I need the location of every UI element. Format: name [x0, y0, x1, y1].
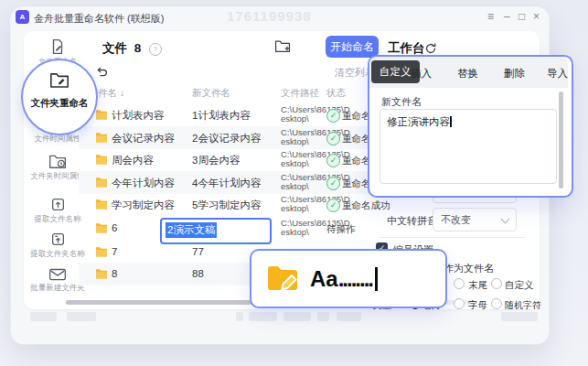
- skeleton-block: [236, 312, 243, 321]
- sample-text: Aa: [310, 266, 338, 292]
- sidebar-item-extract-foldername[interactable]: 提取文件夹名称: [19, 249, 96, 260]
- folder-rename-icon: [49, 70, 69, 89]
- divider: [380, 237, 526, 238]
- radio-position-end[interactable]: [454, 278, 465, 289]
- status-ok-icon: ✓: [326, 109, 340, 123]
- skeleton-block: [283, 312, 311, 321]
- tab-insert[interactable]: 插入: [411, 67, 432, 81]
- folder-edit-icon: [266, 264, 299, 293]
- sidebar-item-label: 文件夹重命名: [25, 97, 94, 110]
- sidebar-item-folder-rename-active[interactable]: 文件夹重命名: [21, 59, 98, 135]
- tab-replace[interactable]: 替换: [457, 67, 478, 81]
- new-folder-batch-icon[interactable]: [48, 266, 67, 282]
- new-filename-label: 新文件名: [381, 95, 422, 109]
- minimize-icon[interactable]: –: [504, 10, 510, 23]
- text-cursor: [450, 116, 452, 127]
- close-icon[interactable]: ×: [533, 10, 540, 23]
- folder-icon: [95, 132, 108, 143]
- undo-icon[interactable]: [95, 64, 109, 78]
- extract-foldername-icon[interactable]: [50, 231, 66, 247]
- folder-icon: [95, 246, 108, 257]
- folder-icon: [95, 109, 108, 120]
- new-filename-textarea[interactable]: 修正演讲内容: [380, 109, 557, 184]
- radio-type-random[interactable]: [491, 298, 502, 309]
- status-text: 待操作: [326, 223, 356, 236]
- files-title: 文件 8: [102, 40, 141, 57]
- pinyin-dropdown[interactable]: 不改变: [433, 208, 517, 231]
- typing-cursor: [375, 267, 378, 291]
- watermark: 1761199938: [227, 8, 312, 24]
- help-icon[interactable]: ?: [149, 43, 162, 56]
- status-ok-icon: ✓: [326, 154, 340, 167]
- skeleton-block: [317, 312, 329, 321]
- panel-scrollbar[interactable]: [559, 92, 563, 188]
- radio-type-letter[interactable]: [454, 298, 465, 309]
- window-title: 金舟批量重命名软件 (联想版): [34, 12, 164, 26]
- start-rename-button[interactable]: 开始命名: [326, 36, 379, 58]
- folder-icon: [95, 154, 108, 165]
- typing-dots: ........: [338, 266, 372, 292]
- skeleton-block: [30, 312, 57, 321]
- skeleton-block: [249, 312, 277, 321]
- extract-filename-icon[interactable]: [50, 197, 66, 212]
- tab-import[interactable]: 导入: [547, 67, 568, 81]
- status-text: 重命名成功: [342, 199, 390, 212]
- selected-text: 2演示文稿: [166, 222, 217, 238]
- pinyin-row-label: 中文转拼音: [387, 214, 437, 228]
- skeleton-block: [67, 312, 96, 321]
- status-ok-icon: ✓: [326, 199, 340, 212]
- folder-icon: [95, 177, 108, 188]
- menu-icon[interactable]: ≡: [487, 10, 494, 23]
- status-ok-icon: ✓: [326, 177, 340, 190]
- skeleton-block: [337, 312, 361, 321]
- col-header-path[interactable]: 文件路径: [281, 87, 319, 100]
- app-logo-icon: A: [16, 10, 29, 24]
- status-ok-icon: ✓: [326, 132, 340, 145]
- folder-icon: [95, 199, 108, 210]
- typing-indicator-overlay: Aa ........: [250, 249, 447, 308]
- tab-delete[interactable]: 删除: [504, 67, 525, 81]
- skeleton-block: [501, 312, 538, 321]
- rename-edit-input[interactable]: 2演示文稿: [160, 218, 272, 244]
- folder-icon: [95, 222, 108, 233]
- chevron-down-icon: [501, 215, 510, 224]
- add-folder-icon[interactable]: [274, 38, 291, 54]
- sort-desc-icon[interactable]: ↓: [120, 87, 124, 98]
- radio-position-custom[interactable]: [491, 278, 502, 289]
- files-count: 8: [134, 41, 142, 55]
- refresh-icon[interactable]: [424, 42, 437, 55]
- maximize-icon[interactable]: □: [519, 10, 525, 23]
- sidebar-item-extract-filename[interactable]: 提取文件名称: [19, 214, 96, 225]
- folder-icon: [95, 268, 108, 279]
- folder-time-icon[interactable]: [48, 153, 67, 169]
- screen: A 金舟批量重命名软件 (联想版) 1761199938 ≡ – □ × 文件重…: [0, 0, 588, 366]
- file-rename-icon[interactable]: [49, 38, 66, 55]
- col-header-new[interactable]: 新文件名: [192, 87, 230, 100]
- col-header-status[interactable]: 状态: [326, 87, 346, 100]
